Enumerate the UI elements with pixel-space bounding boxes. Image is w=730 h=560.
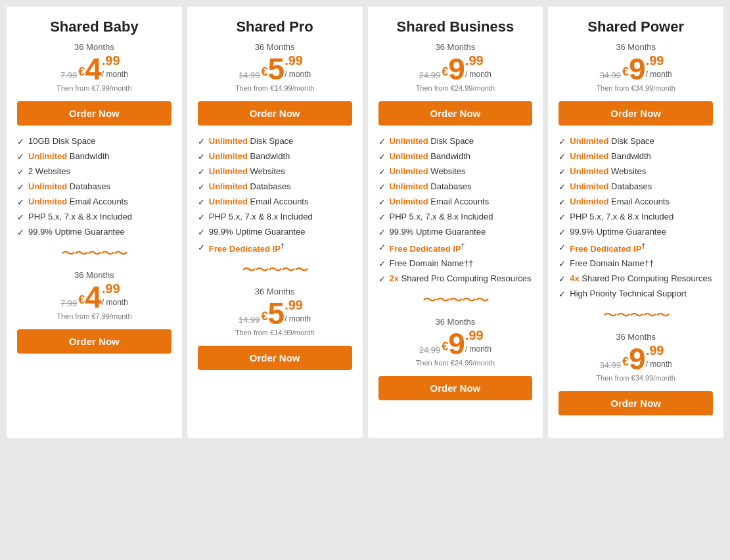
- feature-item: ✓High Priority Technical Support: [559, 289, 713, 299]
- bottom-price-currency: €: [442, 340, 448, 354]
- price-per: / month: [102, 70, 128, 79]
- feature-item: ✓Free Dedicated IP†: [378, 242, 533, 254]
- check-icon: ✓: [198, 212, 205, 222]
- order-button-top[interactable]: Order Now: [17, 101, 171, 126]
- order-button-bottom[interactable]: Order Now: [559, 391, 713, 415]
- feature-text: Free Dedicated IP†: [209, 242, 285, 254]
- price-old: 14.99: [239, 70, 260, 80]
- price-per: / month: [465, 70, 491, 79]
- price-big: 4: [85, 54, 102, 84]
- price-then: Then from €24.99/month: [378, 84, 533, 92]
- feature-text: PHP 5.x, 7.x & 8.x Included: [28, 212, 132, 222]
- period-label: 36 Months: [17, 42, 171, 52]
- feature-item: ✓Unlimited Websites: [378, 166, 533, 177]
- check-icon: ✓: [198, 243, 205, 252]
- check-icon: ✓: [198, 167, 205, 177]
- price-wrap: 7.99 € 4 .99 / month: [17, 53, 171, 84]
- price-decimal: .99: [646, 53, 664, 68]
- feature-text: Unlimited Websites: [209, 166, 285, 176]
- check-icon: ✓: [378, 243, 386, 252]
- feature-item: ✓Unlimited Databases: [17, 181, 171, 192]
- price-old: 34.99: [600, 70, 622, 80]
- bottom-price-decimal: .99: [102, 281, 120, 296]
- price-big: 9: [629, 54, 646, 84]
- price-old: 7.99: [60, 70, 77, 80]
- order-button-bottom[interactable]: Order Now: [378, 376, 533, 400]
- price-then: Then from €14.99/month: [198, 84, 352, 92]
- feature-text: Free Dedicated IP†: [390, 242, 465, 254]
- feature-item: ✓Unlimited Disk Space: [559, 136, 713, 147]
- order-button-top[interactable]: Order Now: [559, 101, 713, 126]
- price-wrap: 34.99 € 9 .99 / month: [559, 53, 713, 84]
- bottom-price-big: 9: [629, 344, 646, 374]
- feature-text: 10GB Disk Space: [28, 136, 96, 146]
- features-list: ✓10GB Disk Space✓Unlimited Bandwidth✓2 W…: [17, 136, 171, 237]
- feature-text: Unlimited Databases: [570, 181, 652, 191]
- features-list: ✓Unlimited Disk Space✓Unlimited Bandwidt…: [198, 136, 352, 254]
- bottom-price-wrap: 24.99 € 9 .99 / month: [378, 328, 533, 359]
- bottom-price-old: 24.99: [419, 345, 441, 355]
- feature-text: 2 Websites: [28, 166, 70, 176]
- bottom-price-decimal: .99: [465, 328, 484, 343]
- price-per: / month: [285, 70, 311, 79]
- feature-text: Unlimited Bandwidth: [570, 151, 651, 161]
- feature-item: ✓Free Domain Name††: [378, 258, 533, 269]
- order-button-top[interactable]: Order Now: [198, 101, 352, 126]
- check-icon: ✓: [559, 197, 566, 207]
- feature-item: ✓PHP 5.x, 7.x & 8.x Included: [17, 212, 171, 222]
- plan-title: Shared Baby: [17, 18, 171, 35]
- order-button-bottom[interactable]: Order Now: [198, 346, 352, 370]
- feature-item: ✓Unlimited Databases: [378, 181, 533, 192]
- check-icon: ✓: [378, 137, 386, 147]
- order-button-bottom[interactable]: Order Now: [17, 329, 171, 354]
- check-icon: ✓: [17, 137, 24, 147]
- feature-item: ✓Unlimited Databases: [198, 181, 352, 192]
- price-per: / month: [646, 70, 672, 79]
- check-icon: ✓: [559, 274, 566, 284]
- bottom-price-wrap: 34.99 € 9 .99 / month: [559, 343, 713, 374]
- check-icon: ✓: [559, 182, 566, 192]
- feature-text: Unlimited Email Accounts: [390, 197, 490, 206]
- feature-item: ✓Unlimited Bandwidth: [17, 151, 171, 162]
- period-label: 36 Months: [198, 42, 352, 52]
- feature-text: PHP 5.x, 7.x & 8.x Included: [570, 212, 673, 222]
- feature-item: ✓2 Websites: [17, 166, 171, 177]
- feature-item: ✓Unlimited Email Accounts: [198, 197, 352, 207]
- check-icon: ✓: [198, 182, 205, 192]
- check-icon: ✓: [378, 274, 386, 284]
- bottom-price-big: 5: [268, 298, 285, 329]
- bottom-price-currency: €: [622, 355, 629, 369]
- order-button-top[interactable]: Order Now: [378, 101, 533, 126]
- price-decimal: .99: [102, 53, 120, 68]
- check-icon: ✓: [378, 212, 386, 222]
- bottom-price-old: 7.99: [60, 298, 77, 308]
- feature-text: Free Dedicated IP†: [570, 242, 645, 254]
- plan-card-shared-power: Shared Power 36 Months 34.99 € 9 .99 / m…: [548, 7, 723, 438]
- bottom-price-section: 36 Months 34.99 € 9 .99 / month Then fro…: [559, 332, 713, 415]
- feature-item: ✓99.9% Uptime Guarantee: [198, 227, 352, 237]
- period-label: 36 Months: [378, 42, 533, 52]
- plan-card-shared-business: Shared Business 36 Months 24.99 € 9 .99 …: [368, 7, 543, 438]
- feature-item: ✓Unlimited Websites: [198, 166, 352, 177]
- feature-item: ✓Unlimited Websites: [559, 166, 713, 177]
- price-decimal: .99: [465, 53, 484, 68]
- check-icon: ✓: [559, 289, 566, 299]
- divider-wave: 〜〜〜〜〜: [17, 244, 171, 264]
- price-currency: €: [262, 65, 268, 79]
- check-icon: ✓: [378, 227, 386, 237]
- check-icon: ✓: [378, 259, 386, 269]
- check-icon: ✓: [17, 182, 24, 192]
- bottom-price-old: 34.99: [600, 360, 622, 370]
- check-icon: ✓: [17, 152, 24, 162]
- feature-item: ✓Unlimited Bandwidth: [559, 151, 713, 162]
- feature-text: Unlimited Databases: [28, 181, 110, 191]
- price-currency: €: [78, 65, 85, 79]
- bottom-period-label: 36 Months: [559, 332, 713, 342]
- bottom-price-per: / month: [102, 298, 128, 307]
- bottom-price-big: 9: [448, 329, 465, 359]
- feature-item: ✓2x Shared Pro Computing Resources: [378, 273, 533, 284]
- feature-text: Unlimited Databases: [209, 181, 291, 191]
- price-currency: €: [442, 65, 448, 79]
- divider-wave: 〜〜〜〜〜: [378, 291, 533, 310]
- check-icon: ✓: [559, 227, 566, 237]
